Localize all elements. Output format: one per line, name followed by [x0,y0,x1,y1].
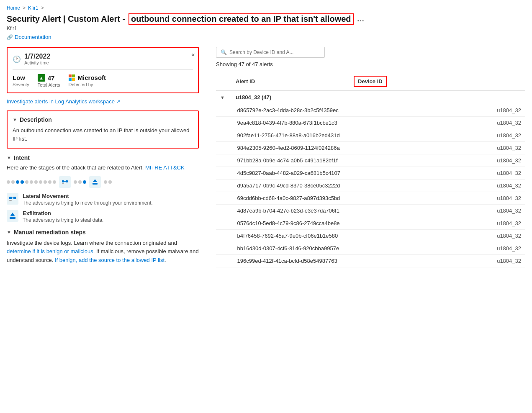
remediation-header[interactable]: ▼ Manual remediation steps [7,229,199,236]
table-row[interactable]: 9ea4c818-0439-4f7b-880a-673f1bcbe1c3 u18… [216,117,525,129]
kc-dot-11 [53,180,56,184]
documentation-link[interactable]: 🔗 Documentation [7,34,525,40]
row-expand-cell [216,142,233,154]
table-row[interactable]: 4d87ea9b-b704-427c-b23d-e3e37da706f1 u18… [216,205,525,217]
mitre-link[interactable]: MITRE ATT&CK [145,164,185,171]
breadcrumb-home[interactable]: Home [7,5,20,11]
row-expand-cell [216,117,233,129]
activity-time-row: 🕐 1/7/2022 Activity time [13,53,193,70]
table-row[interactable]: d9a5a717-0b9c-49cd-8370-38ce05c3222d u18… [216,180,525,192]
kc-dot-12 [74,180,77,184]
detected-by-label: Detected by [69,82,106,87]
table-row[interactable]: 69cdd6bb-cd68-4a0c-9827-a897d393c5bd u18… [216,192,525,205]
external-link-icon-2: ↗ [116,99,120,104]
title-ellipsis[interactable]: … [357,15,365,23]
row-expand-cell [216,255,233,267]
table-row[interactable]: 4d5c9827-0aab-4482-a029-ca681b5c4107 u18… [216,167,525,180]
row-device-id: u1804_32 [459,217,525,230]
intent-header[interactable]: ▼ Intent [7,154,199,161]
breadcrumb-kfir1[interactable]: Kfir1 [28,5,39,11]
row-alert-id: 902fae11-2756-471e-88a8-a016b2ed431d [233,129,460,142]
alerts-data-table: d865792e-2ac3-4dda-b28c-3b2c5f4359ec u18… [216,104,525,267]
row-expand-cell [216,167,233,180]
intent-item-exfil: Exfiltration The adversary is trying to … [7,210,199,223]
doc-link-label: Documentation [15,34,51,40]
remediation-section: ▼ Manual remediation steps Investigate t… [7,229,199,265]
determine-link[interactable]: determine if it is benign or malicious. [7,248,95,254]
page-subtitle: Kfir1 [7,26,525,31]
row-expand-cell [216,217,233,230]
info-box: « 🕐 1/7/2022 Activity time Low Severity [7,47,199,93]
row-device-id: u1804_32 [459,192,525,205]
row-expand-cell [216,154,233,167]
panel-divider [209,47,209,271]
search-box[interactable]: 🔍 [216,47,325,58]
group-row[interactable]: ▼ u1804_32 (47) [216,91,525,104]
row-alert-id: 196c99ed-412f-41ca-bcfd-d58e54987763 [233,255,460,267]
kc-dot-9 [44,180,47,184]
kc-dot-16 [108,180,112,184]
svg-rect-6 [9,197,12,199]
table-row[interactable]: 0576dc10-5ed8-4c79-9c86-2749cca4be8e u18… [216,217,525,230]
ifbenign-link[interactable]: If benign, add the source to the allowed… [55,257,164,263]
kc-dot-13 [78,180,82,184]
row-alert-id: b4f76458-7692-45a7-9e0b-cf06e1b1e580 [233,230,460,242]
title-prefix: Security Alert | Custom Alert - [7,14,125,24]
kc-dot-15 [104,180,107,184]
severity-value: Low [13,74,29,81]
row-alert-id: 0576dc10-5ed8-4c79-9c86-2749cca4be8e [233,217,460,230]
table-row[interactable]: 984e2305-9260-4ed2-8609-1124f024286a u18… [216,142,525,154]
exfiltration-title: Exfiltration [23,210,103,216]
svg-rect-0 [62,180,64,182]
row-expand-cell [216,205,233,217]
col-alert-id-header[interactable]: Alert ID [231,72,350,91]
table-row[interactable]: d865792e-2ac3-4dda-b28c-3b2c5f4359ec u18… [216,104,525,117]
table-row[interactable]: b4f76458-7692-45a7-9e0b-cf06e1b1e580 u18… [216,230,525,242]
collapse-button[interactable]: « [191,51,195,58]
kc-icon-exfil [89,176,101,188]
total-alerts-metric: ▲ 47 Total Alerts [38,74,60,87]
device-id-header-box[interactable]: Device ID [354,76,387,87]
lateral-movement-icon [7,193,18,205]
row-device-id: u1804_32 [459,180,525,192]
description-chevron: ▼ [13,117,17,122]
row-alert-id: 971bb28a-0b9e-4c74-a0b5-c491a182bf1f [233,154,460,167]
row-expand-cell [216,129,233,142]
title-highlight: outbound connection created to an IP tha… [129,13,354,25]
search-input[interactable] [229,49,320,55]
left-panel: « 🕐 1/7/2022 Activity time Low Severity [7,47,206,271]
kc-dot-7 [34,180,38,184]
detected-by-value: Microsoft [69,74,106,81]
group-expand-cell[interactable]: ▼ [216,91,231,104]
svg-rect-3 [62,183,64,184]
analytics-link-label: Investigate alerts in Log Analytics work… [7,98,115,105]
page-wrapper: Home > Kfir1 > Security Alert | Custom A… [0,0,532,276]
intent-chevron: ▼ [7,155,11,160]
kc-icon-lateral [59,176,71,188]
row-device-id: u1804_32 [459,129,525,142]
analytics-link[interactable]: Investigate alerts in Log Analytics work… [7,98,199,105]
table-row[interactable]: 902fae11-2756-471e-88a8-a016b2ed431d u18… [216,129,525,142]
external-link-icon: 🔗 [7,34,13,40]
total-alerts-label: Total Alerts [38,82,60,87]
row-device-id: u1804_32 [459,255,525,267]
row-expand-cell [216,242,233,255]
alert-count-icon: ▲ [38,74,45,82]
kc-dot-2 [11,180,15,184]
severity-metric: Low Severity [13,74,29,87]
description-header[interactable]: ▼ Description [13,116,193,123]
col-expand [216,72,231,91]
row-alert-id: 4d87ea9b-b704-427c-b23d-e3e37da706f1 [233,205,460,217]
exfiltration-content: Exfiltration The adversary is trying to … [23,210,103,223]
table-row[interactable]: bb16d30d-0307-4cf6-8146-920cbba9957e u18… [216,242,525,255]
table-row[interactable]: 196c99ed-412f-41ca-bcfd-d58e54987763 u18… [216,255,525,267]
kc-dot-8 [39,180,42,184]
breadcrumb-sep1: > [23,5,26,11]
description-title: Description [20,116,52,123]
search-icon: 🔍 [221,49,227,55]
row-expand-cell [216,230,233,242]
row-device-id: u1804_32 [459,142,525,154]
killchain-dots [7,176,199,188]
svg-rect-7 [13,197,16,199]
table-row[interactable]: 971bb28a-0b9e-4c74-a0b5-c491a182bf1f u18… [216,154,525,167]
